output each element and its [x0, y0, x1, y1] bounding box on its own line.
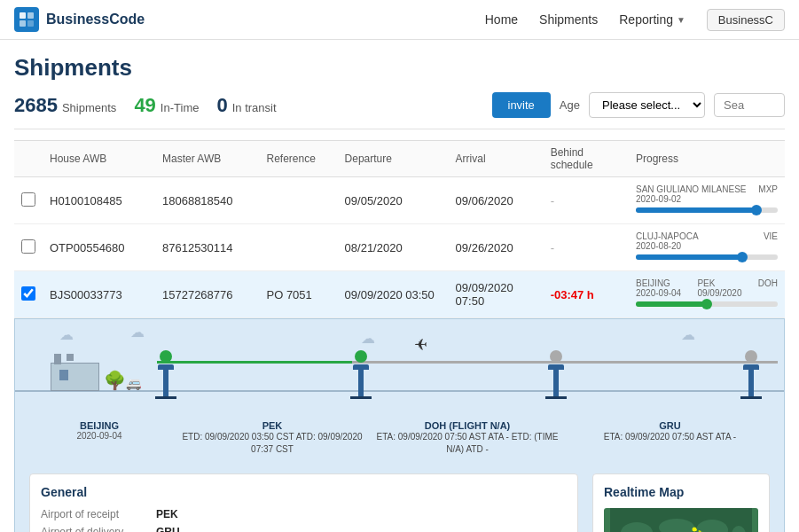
detail-panels: General Airport of receipt PEK Airport o…	[15, 463, 784, 532]
row3-behind: -03:47 h	[544, 271, 629, 318]
table-row[interactable]: OTP00554680 87612530114 08/21/2020 09/26…	[14, 224, 785, 271]
expanded-detail: ☁ ☁ ☁ ☁ 🌳 🚐	[14, 318, 785, 532]
row3-progress: BEIJING2020-09-04 PEK09/09/2020 DOH	[629, 271, 785, 318]
station-beijing: BEIJING 2020-09-04	[24, 420, 175, 456]
map-visual	[604, 508, 758, 532]
th-reference: Reference	[259, 141, 337, 177]
row2-check[interactable]	[14, 224, 43, 271]
main-nav: Home Shipments Reporting ▼	[485, 12, 685, 27]
row2-house-awb: OTP00554680	[43, 224, 155, 271]
age-label: Age	[560, 98, 580, 112]
map-panel: Realtime Map	[592, 473, 770, 532]
station-beijing-name: BEIJING	[24, 420, 175, 431]
vehicle-icon: 🚐	[126, 376, 141, 390]
row3-departure: 09/09/2020 03:50	[338, 271, 449, 318]
row1-progress: SAN GIULIANO MILANESE2020-09-02 MXP	[629, 177, 785, 224]
factory-building	[51, 363, 99, 391]
route-line-green	[157, 361, 352, 364]
row2-behind: -	[544, 224, 629, 271]
cloud-icon-2: ☁	[130, 324, 145, 340]
brand: BusinessCode	[14, 7, 145, 32]
age-select[interactable]: Please select...	[589, 92, 705, 118]
row1-behind: -	[544, 177, 629, 224]
th-arrival: Arrival	[449, 141, 544, 177]
station-pek-etd: ETD: 09/09/2020 03:50 CST ATD: 09/09/202…	[175, 431, 370, 456]
row3-house-awb: BJS00033773	[43, 271, 155, 318]
cloud-icon-3: ☁	[361, 330, 375, 347]
intransit-label: In transit	[232, 101, 277, 114]
row3-master-awb: 15727268776	[155, 271, 260, 318]
general-panel: General Airport of receipt PEK Airport o…	[29, 473, 578, 532]
station-doh: DOH (FLIGHT N/A) ETA: 09/09/2020 07:50 A…	[370, 420, 565, 456]
cloud-icon-1: ☁	[59, 326, 74, 343]
row3-check[interactable]	[14, 271, 43, 318]
search-input[interactable]	[714, 93, 785, 117]
th-progress: Progress	[629, 141, 785, 177]
row2-master-awb: 87612530114	[155, 224, 260, 271]
stat-intransit: 0 In transit	[216, 94, 276, 117]
brand-icon	[14, 7, 39, 32]
tower-gru	[740, 350, 762, 399]
th-behind-schedule: Behind schedule	[544, 141, 629, 177]
row1-arrival: 09/06/2020	[449, 177, 544, 224]
svg-point-13	[693, 528, 697, 532]
nav-home[interactable]: Home	[485, 12, 518, 27]
row1-departure: 09/05/2020	[338, 177, 449, 224]
row1-check[interactable]	[14, 177, 43, 224]
svg-rect-0	[20, 12, 26, 19]
airport-delivery-row: Airport of delivery GRU	[41, 526, 567, 532]
th-departure: Departure	[338, 141, 449, 177]
row2-progress: CLUJ-NAPOCA2020-08-20 VIE	[629, 224, 785, 271]
page-title: Shipments	[14, 54, 785, 82]
station-beijing-date: 2020-09-04	[24, 431, 175, 441]
row2-arrival: 09/26/2020	[449, 224, 544, 271]
page-content: Shipments 2685 Shipments 49 In-Time 0 In…	[0, 40, 799, 532]
station-gru-etd: ETA: 09/09/2020 07:50 AST ATA -	[565, 431, 775, 443]
shipments-count: 2685	[14, 94, 58, 117]
station-pek-name: PEK	[175, 420, 370, 431]
intime-label: In-Time	[161, 101, 200, 114]
intransit-count: 0	[216, 94, 227, 117]
row3-arrival: 09/09/2020 07:50	[449, 271, 544, 318]
table-row[interactable]: H0100108485 18068818540 09/05/2020 09/06…	[14, 177, 785, 224]
row1-reference	[259, 177, 337, 224]
tower-doh	[545, 350, 567, 399]
tower-pek	[350, 350, 372, 399]
station-doh-name: DOH (FLIGHT N/A)	[370, 420, 565, 431]
airport-receipt-row: Airport of receipt PEK	[41, 508, 567, 520]
stat-intime: 49 In-Time	[134, 94, 199, 117]
user-menu[interactable]: BusinessC	[707, 9, 785, 31]
airport-receipt-value: PEK	[156, 508, 178, 520]
reporting-dropdown-icon: ▼	[677, 15, 685, 25]
airplane-icon: ✈	[414, 335, 427, 355]
general-panel-title: General	[41, 485, 567, 499]
th-check	[14, 141, 43, 177]
tower-beijing	[155, 350, 176, 399]
map-panel-title: Realtime Map	[604, 485, 758, 499]
tree-icon: 🌳	[104, 370, 126, 391]
airport-delivery-value: GRU	[156, 526, 180, 532]
table-header-row: House AWB Master AWB Reference Departure…	[14, 141, 785, 177]
th-house-awb: House AWB	[43, 141, 155, 177]
ground-line	[15, 390, 784, 392]
svg-rect-3	[27, 20, 34, 27]
row1-house-awb: H0100108485	[43, 177, 155, 224]
nav-reporting[interactable]: Reporting ▼	[619, 12, 685, 27]
nav-shipments[interactable]: Shipments	[539, 12, 598, 27]
brand-name: BusinessCode	[46, 12, 145, 27]
row3-reference: PO 7051	[259, 271, 337, 318]
flight-visual: ☁ ☁ ☁ ☁ 🌳 🚐	[15, 319, 784, 417]
row1-master-awb: 18068818540	[155, 177, 260, 224]
cloud-icon-4: ☁	[681, 326, 695, 343]
station-labels: BEIJING 2020-09-04 PEK ETD: 09/09/2020 0…	[15, 417, 784, 463]
stats-bar: 2685 Shipments 49 In-Time 0 In transit i…	[14, 92, 785, 129]
shipments-table: House AWB Master AWB Reference Departure…	[14, 140, 785, 318]
svg-rect-2	[20, 20, 26, 27]
th-master-awb: Master AWB	[155, 141, 260, 177]
svg-rect-1	[27, 12, 34, 19]
navbar: BusinessCode Home Shipments Reporting ▼ …	[0, 0, 799, 40]
table-row[interactable]: BJS00033773 15727268776 PO 7051 09/09/20…	[14, 271, 785, 318]
airport-delivery-label: Airport of delivery	[41, 526, 156, 532]
intime-count: 49	[134, 94, 155, 117]
invite-button[interactable]: invite	[492, 92, 551, 118]
